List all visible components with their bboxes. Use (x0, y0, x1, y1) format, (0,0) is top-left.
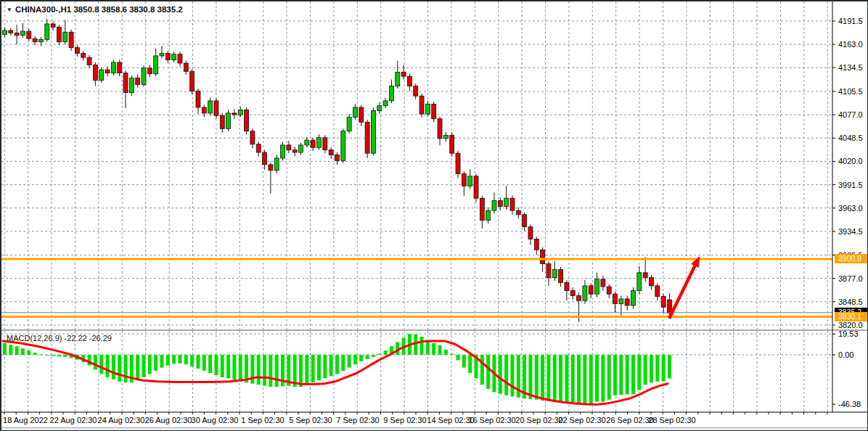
macd-histogram-bar (662, 355, 666, 382)
macd-histogram-bar (432, 343, 435, 355)
candle-body (625, 299, 629, 305)
candle-body (63, 32, 67, 42)
macd-histogram-bar (637, 355, 641, 390)
time-tick-label: 24 Aug 02:30 (98, 416, 145, 424)
macd-histogram-bar (438, 345, 442, 355)
candle-body (396, 72, 400, 86)
price-tick-label: 3848.5 (838, 298, 863, 306)
macd-histogram-bar (456, 355, 460, 360)
macd-histogram-bar (480, 355, 484, 385)
candle-body (595, 279, 599, 294)
macd-histogram-bar (99, 355, 103, 374)
macd-histogram-bar (601, 355, 605, 402)
candle-body (75, 48, 79, 54)
macd-histogram-bar (142, 355, 146, 377)
candle-body (607, 287, 611, 294)
candle-body (631, 291, 636, 305)
candle-body (281, 145, 285, 158)
macd-histogram-bar (335, 355, 339, 374)
hline-price-badge: 3900.8 (835, 254, 868, 263)
price-tick-label: 4163.0 (838, 41, 863, 49)
macd-histogram-bar (535, 355, 539, 400)
candle-body (45, 24, 49, 39)
macd-histogram-bar (94, 355, 97, 370)
macd-histogram-bar (366, 355, 369, 359)
candle-body (377, 106, 382, 111)
macd-histogram-bar (63, 355, 67, 357)
candle-body (311, 140, 315, 147)
symbol-ohlc-label: ▼CHINA300-,H1 3850.8 3858.6 3830.8 3835.… (7, 5, 183, 14)
candle-body (546, 263, 551, 277)
candle-body (305, 140, 309, 145)
macd-histogram-bar (52, 355, 55, 356)
candle-body (347, 118, 351, 131)
candle-body (516, 210, 520, 215)
macd-tick-label: -46.38 (838, 401, 861, 409)
candle-body (419, 96, 424, 114)
candle-body (559, 269, 563, 282)
trend-arrow-shaft[interactable] (669, 263, 696, 319)
candle-body (81, 54, 86, 58)
candle-body (154, 56, 158, 74)
candle-body (99, 70, 104, 81)
candle-body (432, 104, 436, 118)
chart-canvas[interactable] (1, 1, 867, 430)
candle-body (486, 210, 491, 221)
macd-histogram-bar (626, 355, 629, 394)
candle-body (601, 279, 605, 287)
candle-body (165, 54, 170, 60)
macd-histogram-bar (528, 355, 532, 399)
hline-price-badge: 3830.1 (835, 312, 868, 321)
candle-body (637, 273, 642, 291)
candle-body (160, 54, 164, 56)
candle-body (541, 250, 545, 263)
time-tick-label: 22 Aug 02:30 (50, 416, 97, 424)
macd-histogram-bar (499, 355, 502, 394)
candle-body (118, 62, 122, 73)
candle-body (389, 86, 393, 101)
macd-histogram-bar (27, 350, 30, 355)
time-tick-label: 22 Sep 02:30 (558, 416, 605, 424)
mt4-chart-window: ▼CHINA300-,H1 3850.8 3858.6 3830.8 3835.… (0, 0, 868, 431)
candle-body (317, 138, 322, 148)
time-tick-label: 20 Sep 02:30 (515, 416, 562, 424)
macd-histogram-bar (655, 355, 659, 382)
candle-body (510, 198, 515, 210)
macd-histogram-bar (232, 355, 236, 380)
macd-histogram-bar (88, 355, 91, 366)
candle-body (570, 291, 575, 296)
macd-histogram-bar (263, 355, 266, 386)
price-tick-label: 3991.5 (838, 181, 863, 189)
price-tick-label: 4134.5 (838, 64, 863, 72)
time-tick-label: 5 Sep 02:30 (289, 416, 332, 424)
symbol-marker-icon: ▼ (7, 7, 12, 13)
macd-histogram-bar (444, 350, 448, 355)
candle-body (534, 239, 539, 250)
macd-histogram-bar (154, 355, 157, 371)
macd-histogram-bar (257, 355, 261, 385)
macd-histogram-bar (546, 355, 550, 401)
candle-body (111, 62, 115, 73)
macd-histogram-bar (668, 355, 671, 379)
candle-body (365, 122, 369, 153)
candle-body (226, 113, 231, 128)
time-tick-label: 30 Aug 02:30 (192, 416, 239, 424)
candle-body (196, 91, 200, 107)
candle-body (33, 38, 37, 42)
macd-histogram-bar (323, 355, 327, 378)
macd-histogram-bar (450, 354, 454, 355)
candle-body (20, 31, 25, 36)
macd-histogram-bar (359, 355, 363, 361)
time-tick-label: 1 Sep 02:30 (241, 416, 284, 424)
macd-histogram-bar (184, 355, 188, 364)
symbol-ohlc-text: CHINA300-,H1 3850.8 3858.6 3830.8 3835.2 (15, 5, 183, 14)
candle-body (667, 300, 671, 313)
macd-histogram-bar (202, 355, 206, 371)
candle-body (69, 32, 73, 47)
macd-histogram-bar (348, 355, 351, 368)
macd-histogram-bar (462, 355, 466, 368)
candle-body (359, 107, 364, 122)
price-tick-label: 4048.5 (838, 134, 863, 142)
candle-body (474, 176, 478, 198)
candle-body (462, 173, 466, 186)
